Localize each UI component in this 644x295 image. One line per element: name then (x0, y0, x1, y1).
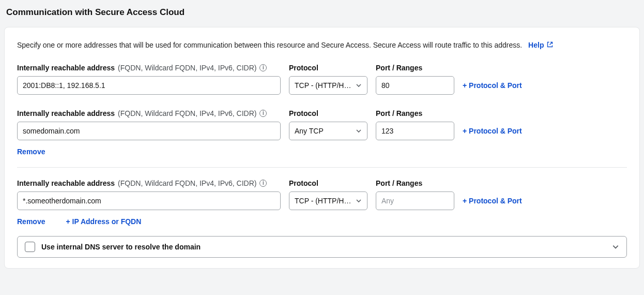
address-row: Internally reachable address (FQDN, Wild… (17, 179, 627, 210)
remove-button[interactable]: Remove (17, 148, 45, 156)
address-input[interactable] (17, 76, 281, 95)
protocol-select[interactable]: TCP - (HTTP/H… (289, 191, 367, 210)
add-protocol-port-button[interactable]: + Protocol & Port (463, 197, 522, 205)
port-label: Port / Ranges (376, 64, 454, 72)
config-card: Specify one or more addresses that will … (4, 27, 640, 269)
protocol-label: Protocol (289, 179, 367, 187)
port-input[interactable] (376, 122, 454, 140)
port-label: Port / Ranges (376, 179, 454, 187)
intro-text: Specify one or more addresses that will … (17, 41, 522, 49)
port-input[interactable] (376, 191, 454, 210)
port-input[interactable] (376, 76, 454, 95)
help-link[interactable]: Help (528, 41, 553, 49)
info-icon[interactable]: i (259, 64, 267, 71)
section-title: Communication with Secure Access Cloud (6, 7, 640, 18)
dns-checkbox[interactable] (25, 242, 35, 252)
remove-button[interactable]: Remove (17, 217, 45, 226)
port-label: Port / Ranges (376, 109, 454, 117)
external-link-icon (547, 41, 553, 49)
chevron-down-icon (612, 243, 619, 250)
address-label: Internally reachable address (FQDN, Wild… (17, 64, 281, 72)
dns-toggle-bar[interactable]: Use internal DNS server to resolve the d… (17, 236, 627, 258)
help-link-label: Help (528, 41, 544, 49)
add-protocol-port-button[interactable]: + Protocol & Port (463, 127, 522, 135)
chevron-down-icon (356, 198, 362, 204)
divider (17, 167, 627, 168)
protocol-label: Protocol (289, 64, 367, 72)
protocol-label: Protocol (289, 109, 367, 117)
dns-checkbox-label: Use internal DNS server to resolve the d… (41, 243, 606, 251)
info-icon[interactable]: i (259, 180, 267, 187)
chevron-down-icon (356, 128, 362, 134)
address-input[interactable] (17, 122, 281, 140)
add-ip-fqdn-button[interactable]: + IP Address or FQDN (66, 217, 141, 226)
protocol-select[interactable]: TCP - (HTTP/H… (289, 76, 367, 95)
protocol-select[interactable]: Any TCP (289, 122, 367, 140)
address-input[interactable] (17, 191, 281, 210)
address-row: Internally reachable address (FQDN, Wild… (17, 64, 627, 95)
chevron-down-icon (356, 82, 362, 89)
info-icon[interactable]: i (259, 110, 267, 117)
address-row: Internally reachable address (FQDN, Wild… (17, 109, 627, 140)
address-label: Internally reachable address (FQDN, Wild… (17, 179, 281, 187)
address-label: Internally reachable address (FQDN, Wild… (17, 109, 281, 117)
add-protocol-port-button[interactable]: + Protocol & Port (463, 81, 522, 90)
